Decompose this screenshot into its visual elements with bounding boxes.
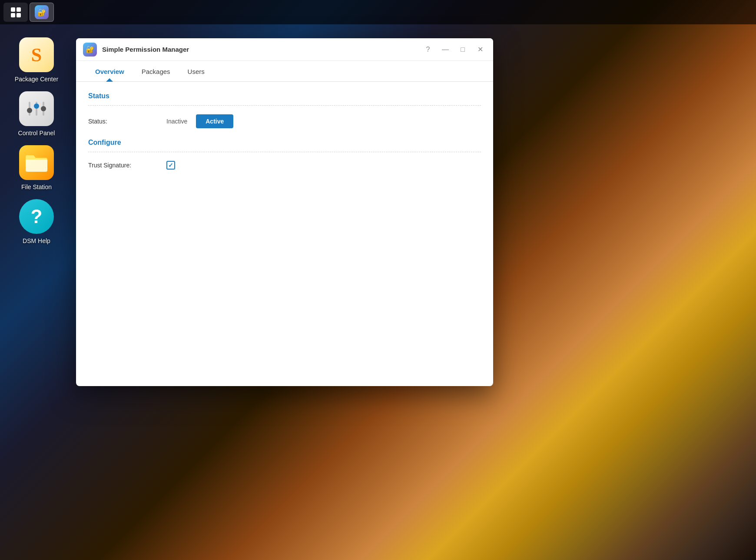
file-station-icon xyxy=(19,145,54,180)
sidebar-item-control-panel[interactable]: Control Panel xyxy=(8,91,65,137)
control-panel-label: Control Panel xyxy=(18,130,55,137)
maximize-button[interactable]: □ xyxy=(457,43,469,56)
app-grid-button[interactable] xyxy=(3,3,28,22)
trust-signature-label: Trust Signature: xyxy=(88,162,158,169)
file-station-label: File Station xyxy=(21,183,52,190)
status-value: Inactive xyxy=(166,118,187,125)
trust-signature-field-row: Trust Signature: xyxy=(88,161,481,170)
minimize-button[interactable]: — xyxy=(439,43,451,56)
tab-users[interactable]: Users xyxy=(179,61,213,81)
grid-icon xyxy=(11,7,21,17)
status-section: Status Status: Inactive Active xyxy=(88,92,481,128)
status-label: Status: xyxy=(88,118,158,125)
package-center-label: Package Center xyxy=(15,76,58,83)
desktop-sidebar: S Package Center Control Panel File xyxy=(0,24,73,560)
taskbar: 🔐 xyxy=(0,0,756,24)
sidebar-item-package-center[interactable]: S Package Center xyxy=(8,37,65,83)
sidebar-item-dsm-help[interactable]: ? DSM Help xyxy=(8,199,65,244)
active-button[interactable]: Active xyxy=(196,114,233,128)
overview-tab-content: Status Status: Inactive Active Configure… xyxy=(76,82,493,386)
tab-overview[interactable]: Overview xyxy=(86,61,133,81)
status-section-title: Status xyxy=(88,92,481,100)
simple-permission-manager-window: 🔐 Simple Permission Manager ? — □ ✕ Over… xyxy=(76,38,493,386)
configure-divider xyxy=(88,152,481,152)
svg-point-3 xyxy=(27,108,32,113)
modal-titlebar: 🔐 Simple Permission Manager ? — □ ✕ xyxy=(76,38,493,61)
configure-section: Configure Trust Signature: xyxy=(88,139,481,170)
svg-point-5 xyxy=(41,106,46,111)
spm-app-icon: 🔐 xyxy=(83,43,97,57)
dsm-help-label: DSM Help xyxy=(23,237,50,244)
sliders-svg xyxy=(26,98,47,119)
modal-title: Simple Permission Manager xyxy=(102,46,417,53)
spm-taskbar-icon: 🔐 xyxy=(35,5,49,19)
folder-svg xyxy=(25,153,48,173)
tab-packages[interactable]: Packages xyxy=(133,61,179,81)
dsm-help-icon: ? xyxy=(19,199,54,234)
trust-signature-checkbox[interactable] xyxy=(166,161,175,170)
sidebar-item-file-station[interactable]: File Station xyxy=(8,145,65,190)
help-button[interactable]: ? xyxy=(422,43,434,56)
control-panel-icon xyxy=(19,91,54,126)
modal-content: Overview Packages Users Status Status: I… xyxy=(76,61,493,386)
svg-point-4 xyxy=(34,103,39,109)
package-center-icon: S xyxy=(19,37,54,72)
tab-bar: Overview Packages Users xyxy=(76,61,493,82)
modal-controls: ? — □ ✕ xyxy=(422,43,486,56)
status-divider xyxy=(88,105,481,106)
spm-taskbar-button[interactable]: 🔐 xyxy=(30,3,54,22)
status-field-row: Status: Inactive Active xyxy=(88,114,481,128)
close-button[interactable]: ✕ xyxy=(474,43,486,56)
configure-section-title: Configure xyxy=(88,139,481,147)
